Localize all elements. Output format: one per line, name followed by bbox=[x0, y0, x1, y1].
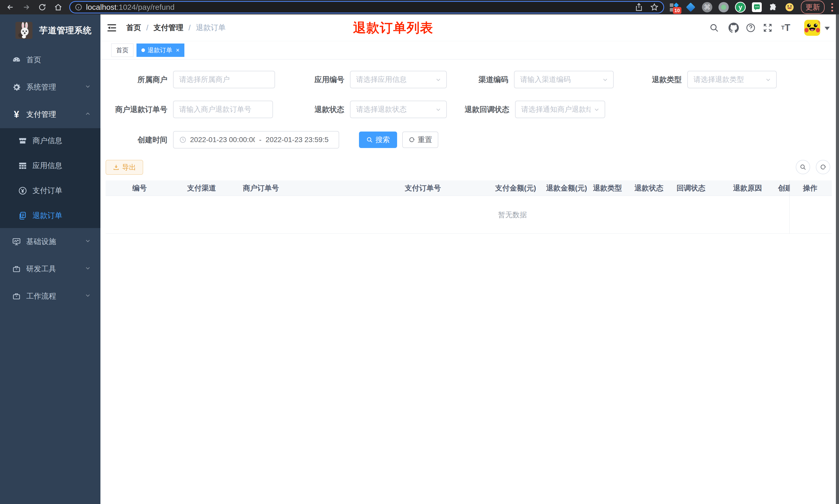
create-time-range-picker[interactable]: 2022-01-23 00:00:00 - 2022-01-23 23:59:5… bbox=[173, 131, 339, 148]
extension-dot-icon[interactable] bbox=[718, 2, 729, 12]
sidebar-item-label: 系统管理 bbox=[26, 82, 56, 92]
sidebar-item-label: 首页 bbox=[26, 55, 41, 65]
col-refund-status[interactable]: 退款状态 bbox=[635, 180, 663, 196]
reload-icon[interactable] bbox=[37, 2, 48, 13]
refund-type-select[interactable]: 请选择退款类型 bbox=[687, 71, 777, 88]
sidebar-item-home[interactable]: 首页 bbox=[0, 46, 101, 74]
sidebar-item-pay-order[interactable]: 支付订单 bbox=[0, 178, 101, 203]
browser-menu-icon[interactable] bbox=[831, 3, 833, 12]
date-separator: - bbox=[259, 136, 262, 144]
share-icon[interactable] bbox=[635, 3, 643, 12]
reset-button[interactable]: 重置 bbox=[402, 131, 438, 148]
col-notify-status[interactable]: 回调状态 bbox=[677, 180, 706, 196]
notify-status-select[interactable]: 请选择通知商户退款结果的回调状态 bbox=[515, 101, 605, 118]
chevron-down-icon bbox=[85, 265, 91, 273]
window-scrollbar[interactable] bbox=[836, 14, 839, 504]
col-refund-amount[interactable]: 退款金额(元) bbox=[546, 180, 587, 196]
back-icon[interactable] bbox=[5, 2, 16, 13]
fullscreen-icon[interactable] bbox=[762, 22, 773, 33]
tab-refund-order[interactable]: 退款订单 × bbox=[137, 43, 184, 57]
extension-grid-icon[interactable]: 10 bbox=[669, 2, 679, 12]
breadcrumb-separator: / bbox=[146, 24, 148, 32]
url-path: :1024/pay/refund bbox=[117, 3, 174, 12]
col-refund-reason[interactable]: 退款原因 bbox=[733, 180, 762, 196]
sidebar-item-label: 商户信息 bbox=[33, 136, 62, 146]
sidebar-item-app-info[interactable]: 应用信息 bbox=[0, 153, 101, 178]
sidebar-logo[interactable]: 芋道管理系统 bbox=[0, 14, 101, 46]
font-size-icon[interactable]: TT bbox=[780, 22, 791, 33]
col-channel[interactable]: 支付渠道 bbox=[187, 180, 216, 196]
filter-label-refund-type: 退款类型 bbox=[579, 71, 682, 88]
breadcrumb-home[interactable]: 首页 bbox=[126, 23, 141, 33]
store-icon bbox=[17, 136, 28, 145]
active-dot bbox=[141, 48, 145, 52]
col-actions[interactable]: 操作 bbox=[803, 180, 817, 196]
placeholder: 请选择退款状态 bbox=[356, 105, 407, 114]
export-button-label: 导出 bbox=[122, 163, 136, 172]
logo-rabbit-image bbox=[15, 22, 33, 39]
extension-emoji-icon[interactable] bbox=[784, 2, 795, 12]
sidebar-item-label: 工作流程 bbox=[26, 291, 56, 302]
sidebar-item-label: 支付订单 bbox=[33, 185, 62, 196]
document-icon bbox=[17, 211, 28, 220]
avatar[interactable] bbox=[804, 20, 820, 36]
search-button-label: 搜索 bbox=[375, 135, 390, 145]
sidebar-item-refund-order[interactable]: 退款订单 bbox=[0, 203, 101, 228]
chevron-down-icon bbox=[85, 238, 91, 246]
date-start: 2022-01-23 00:00:00 bbox=[190, 136, 255, 144]
bookmark-star-icon[interactable] bbox=[650, 3, 659, 12]
caret-down-icon[interactable] bbox=[825, 27, 830, 30]
export-button[interactable]: 导出 bbox=[106, 160, 143, 175]
briefcase-icon bbox=[10, 264, 23, 274]
github-icon[interactable] bbox=[728, 22, 739, 33]
extension-badge: 10 bbox=[673, 7, 681, 14]
close-icon[interactable]: × bbox=[176, 47, 179, 54]
col-refund-type[interactable]: 退款类型 bbox=[593, 180, 622, 196]
sidebar-item-infra[interactable]: 基础设施 bbox=[0, 228, 101, 255]
placeholder: 请选择通知商户退款结果的回调状态 bbox=[521, 105, 591, 114]
breadcrumb-separator: / bbox=[189, 24, 191, 32]
breadcrumb: 首页 / 支付管理 / 退款订单 bbox=[126, 14, 226, 41]
breadcrumb-parent[interactable]: 支付管理 bbox=[154, 23, 183, 33]
tags-view: 首页 退款订单 × bbox=[101, 41, 839, 59]
home-icon[interactable] bbox=[53, 2, 64, 13]
filter-label-create-time: 创建时间 bbox=[65, 131, 167, 148]
update-button[interactable]: 更新 bbox=[801, 1, 825, 14]
sidebar-collapse-icon[interactable] bbox=[106, 22, 118, 34]
sidebar-item-label: 支付管理 bbox=[26, 109, 56, 120]
refresh-button[interactable] bbox=[816, 160, 830, 174]
search-icon[interactable] bbox=[709, 22, 719, 33]
filter-label-merchant-refund-no: 商户退款订单号 bbox=[65, 101, 167, 118]
grid-icon bbox=[17, 161, 28, 170]
col-id[interactable]: 编号 bbox=[132, 180, 147, 196]
help-icon[interactable] bbox=[745, 22, 756, 33]
placeholder: 请选择退款类型 bbox=[694, 75, 744, 85]
extension-command-icon[interactable]: ⌘ bbox=[702, 2, 712, 12]
url-bar[interactable]: localhost:1024/pay/refund bbox=[70, 2, 663, 13]
page-title: 退款订单列表 bbox=[353, 14, 433, 41]
tab-home[interactable]: 首页 bbox=[111, 43, 133, 57]
info-icon[interactable] bbox=[75, 3, 83, 11]
col-pay-order[interactable]: 支付订单号 bbox=[405, 180, 441, 196]
search-button[interactable]: 搜索 bbox=[359, 131, 397, 148]
screen: localhost:1024/pay/refund 10 ⌘ y bbox=[0, 0, 839, 504]
forward-icon[interactable] bbox=[21, 2, 32, 13]
extensions-puzzle-icon[interactable] bbox=[768, 2, 778, 12]
sidebar-item-dev-tools[interactable]: 研发工具 bbox=[0, 255, 101, 283]
extension-chat-icon[interactable] bbox=[752, 2, 762, 12]
sidebar-item-workflow[interactable]: 工作流程 bbox=[0, 283, 101, 310]
col-pay-amount[interactable]: 支付金额(元) bbox=[495, 180, 536, 196]
col-create-time[interactable]: 创建时间 bbox=[778, 180, 790, 196]
extension-y-icon[interactable]: y bbox=[735, 2, 746, 13]
show-search-button[interactable] bbox=[796, 160, 810, 174]
reset-button-label: 重置 bbox=[418, 135, 432, 145]
filter-label-app-no: 应用编号 bbox=[241, 71, 344, 88]
gear-icon bbox=[10, 83, 23, 92]
filter-label-merchant: 所属商户 bbox=[65, 71, 167, 88]
dashboard-icon bbox=[10, 55, 23, 65]
empty-placeholder: 暂无数据 bbox=[498, 196, 527, 234]
col-merchant-order[interactable]: 商户订单号 bbox=[243, 180, 279, 196]
table-header: 编号 支付渠道 商户订单号 支付订单号 支付金额(元) 退款金额(元) 退款类型… bbox=[106, 180, 832, 196]
extension-kite-icon[interactable] bbox=[685, 2, 696, 12]
sidebar-item-label: 基础设施 bbox=[26, 237, 56, 247]
